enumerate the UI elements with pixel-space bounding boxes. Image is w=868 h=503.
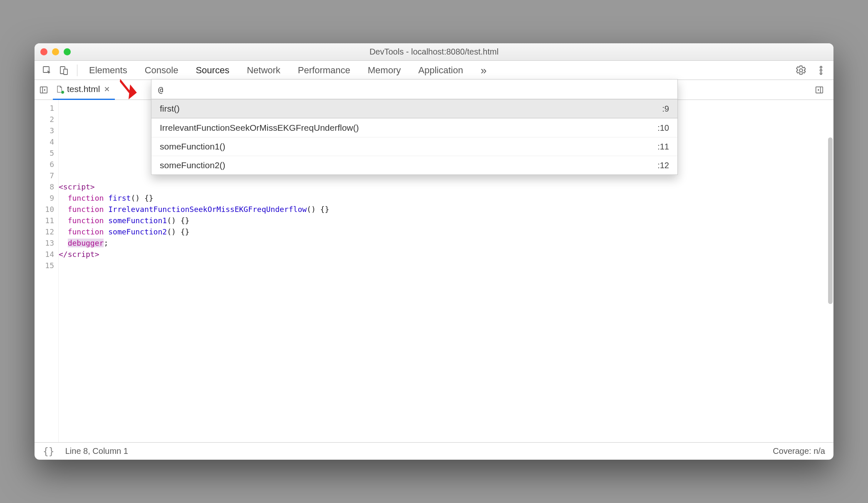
quick-open-panel: @ first():9IrrelevantFunctionSeekOrMissE…	[151, 79, 678, 175]
code-line	[59, 260, 833, 271]
svg-marker-8	[44, 89, 46, 91]
close-tab-icon[interactable]	[103, 85, 111, 93]
annotation-arrow-icon	[117, 77, 139, 100]
gutter-line: 13	[35, 237, 58, 249]
panel-tab-network[interactable]: Network	[247, 61, 280, 80]
svg-point-3	[820, 66, 822, 68]
devtools-window: DevTools - localhost:8080/test.html Elem…	[35, 43, 833, 460]
window-title: DevTools - localhost:8080/test.html	[35, 47, 833, 57]
quick-open-list: first():9IrrelevantFunctionSeekOrMissEKG…	[151, 99, 677, 174]
svg-rect-11	[816, 87, 823, 93]
navigator-toggle-icon[interactable]	[35, 80, 53, 100]
quick-open-item-line: :10	[657, 123, 669, 133]
panel-toolbar: ElementsConsoleSourcesNetworkPerformance…	[35, 61, 833, 80]
code-line: function IrrelevantFunctionSeekOrMissEKG…	[59, 204, 833, 215]
quick-open-item-line: :9	[662, 104, 669, 114]
statusbar: {} Line 8, Column 1 Coverage: n/a	[35, 442, 833, 460]
panel-tab-application[interactable]: Application	[418, 61, 463, 80]
file-tab-label: test.html	[67, 84, 100, 94]
gutter-line: 1	[35, 102, 58, 114]
scrollbar[interactable]	[828, 137, 833, 304]
device-toggle-icon[interactable]	[55, 61, 72, 80]
code-line: function first() {}	[59, 192, 833, 204]
quick-open-input-row: @	[151, 80, 677, 99]
svg-marker-13	[817, 89, 819, 91]
quick-open-item-name: someFunction2()	[160, 160, 226, 170]
file-tab-test-html[interactable]: test.html	[53, 80, 115, 100]
svg-rect-2	[64, 69, 67, 75]
gutter-line: 11	[35, 215, 58, 226]
quick-open-item-name: IrrelevantFunctionSeekOrMissEKGFreqUnder…	[160, 123, 359, 133]
overflow-tabs-button[interactable]: »	[481, 61, 486, 80]
quick-open-item[interactable]: IrrelevantFunctionSeekOrMissEKGFreqUnder…	[151, 118, 677, 137]
gutter-line: 14	[35, 249, 58, 260]
file-status-dot-icon	[61, 90, 64, 94]
gutter-line: 7	[35, 170, 58, 181]
gutter-line: 9	[35, 192, 58, 204]
file-icon	[55, 85, 64, 93]
quick-open-input[interactable]: @	[158, 85, 163, 95]
svg-rect-6	[40, 87, 47, 93]
panel-tab-performance[interactable]: Performance	[298, 61, 350, 80]
panel-tab-console[interactable]: Console	[145, 61, 179, 80]
quick-open-item[interactable]: someFunction1():11	[151, 137, 677, 156]
quick-open-item-name: first()	[160, 104, 180, 114]
quick-open-item-line: :11	[657, 142, 669, 152]
gutter-line: 5	[35, 147, 58, 159]
gutter-line: 4	[35, 136, 58, 147]
gutter-line: 10	[35, 204, 58, 215]
code-line: <script>	[59, 181, 833, 192]
quick-open-item-name: someFunction1()	[160, 142, 226, 152]
panel-tab-elements[interactable]: Elements	[89, 61, 127, 80]
inspect-element-icon[interactable]	[39, 61, 55, 80]
quick-open-item-line: :12	[657, 161, 669, 170]
panel-tabs: ElementsConsoleSourcesNetworkPerformance…	[89, 61, 463, 80]
titlebar: DevTools - localhost:8080/test.html	[35, 43, 833, 61]
gutter-line: 12	[35, 226, 58, 237]
code-line: function someFunction2() {}	[59, 226, 833, 237]
code-line: function someFunction1() {}	[59, 215, 833, 226]
debugger-pane-toggle-icon[interactable]	[810, 80, 828, 100]
svg-point-4	[820, 69, 822, 71]
cursor-position: Line 8, Column 1	[65, 446, 128, 456]
coverage-status: Coverage: n/a	[773, 446, 825, 456]
gutter-line: 15	[35, 260, 58, 271]
toolbar-divider	[77, 65, 77, 76]
gutter-line: 8	[35, 181, 58, 192]
svg-point-5	[820, 72, 822, 74]
quick-open-item[interactable]: someFunction2():12	[151, 156, 677, 174]
code-line: debugger;	[59, 237, 833, 249]
code-line: </script>	[59, 249, 833, 260]
gutter-line: 6	[35, 159, 58, 170]
settings-icon[interactable]	[793, 61, 809, 80]
gutter-line: 3	[35, 125, 58, 136]
gutter: 123456789101112131415	[35, 100, 59, 442]
panel-tab-sources[interactable]: Sources	[196, 61, 229, 80]
pretty-print-icon[interactable]: {}	[43, 446, 55, 457]
kebab-menu-icon[interactable]	[813, 61, 829, 80]
gutter-line: 2	[35, 114, 58, 125]
quick-open-item[interactable]: first():9	[151, 99, 677, 118]
panel-tab-memory[interactable]: Memory	[368, 61, 401, 80]
